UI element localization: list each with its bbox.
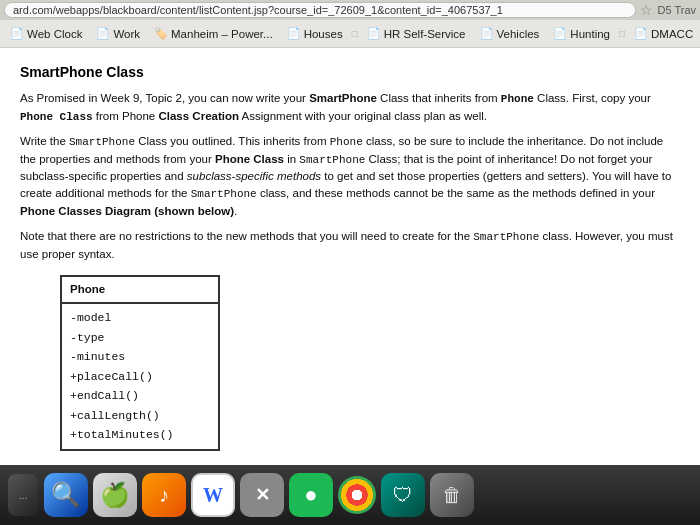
- address-text: ard.com/webapps/blackboard/content/listC…: [13, 4, 503, 16]
- work-icon: 📄: [96, 27, 110, 40]
- uml-method-placecall: +placeCall(): [70, 367, 210, 387]
- bookmark-hunting-label: Hunting: [570, 28, 610, 40]
- uml-method-endcall: +endCall(): [70, 386, 210, 406]
- code-phone-class: Phone Class: [20, 111, 93, 123]
- bookmark-dmacc[interactable]: 📄 DMACC: [628, 25, 699, 42]
- uml-class-body: -model -type -minutes +placeCall() +endC…: [62, 304, 218, 449]
- trash-icon: 🗑: [442, 484, 462, 507]
- dock-apple[interactable]: 🍏: [93, 473, 137, 517]
- uml-method-calllength: +callLength(): [70, 406, 210, 426]
- bookmark-webclock-label: Web Clock: [27, 28, 82, 40]
- dock-chrome[interactable]: [338, 476, 376, 514]
- paragraph-2: Write the SmartPhone Class you outlined.…: [20, 133, 680, 220]
- uml-method-totalminutes: +totalMinutes(): [70, 425, 210, 445]
- page-title: SmartPhone Class: [20, 64, 680, 80]
- dock-music[interactable]: ♪: [142, 473, 186, 517]
- taskbar: ... 🔍 🍏 ♪ W ✕ ● 🛡 🗑: [0, 465, 700, 525]
- code-smartphone2: SmartPhone: [69, 136, 135, 148]
- bookmark-dmacc-label: DMACC: [651, 28, 693, 40]
- bookmark-hr[interactable]: 📄 HR Self-Service: [361, 25, 472, 42]
- divider-1: □: [351, 28, 359, 39]
- hunting-icon: 📄: [553, 27, 567, 40]
- dock-finder[interactable]: 🔍: [44, 473, 88, 517]
- page-content-area: SmartPhone Class As Promised in Week 9, …: [0, 48, 700, 465]
- bookmark-webclock[interactable]: 📄 Web Clock: [4, 25, 88, 42]
- dmacc-icon: 📄: [634, 27, 648, 40]
- page-body: As Promised in Week 9, Topic 2, you can …: [20, 90, 680, 465]
- bookmark-star-icon[interactable]: ☆: [640, 2, 653, 18]
- uml-diagram: Phone -model -type -minutes +placeCall()…: [60, 275, 220, 451]
- bookmark-houses-label: Houses: [304, 28, 343, 40]
- browser-prefix: D5 Trav: [657, 4, 696, 16]
- bold-phone-classes-diagram: Phone Classes Diagram (shown below): [20, 205, 234, 217]
- x-icon: ✕: [255, 484, 270, 506]
- uml-attribute-model: -model: [70, 308, 210, 328]
- bookmark-work[interactable]: 📄 Work: [90, 25, 146, 42]
- dock-area: 🔍 🍏 ♪ W ✕ ● 🛡 🗑: [44, 473, 474, 517]
- bookmark-hr-label: HR Self-Service: [384, 28, 466, 40]
- code-smartphone5: SmartPhone: [473, 231, 539, 243]
- wp-icon: W: [203, 484, 223, 507]
- bookmark-houses[interactable]: 📄 Houses: [281, 25, 349, 42]
- manheim-icon: 🏷️: [154, 27, 168, 40]
- code-smartphone4: SmartPhone: [191, 188, 257, 200]
- uml-class-header: Phone: [62, 277, 218, 304]
- dock-shield[interactable]: 🛡: [381, 473, 425, 517]
- dock-trash[interactable]: 🗑: [430, 473, 474, 517]
- dock-x[interactable]: ✕: [240, 473, 284, 517]
- paragraph-3: Note that there are no restrictions to t…: [20, 228, 680, 263]
- bold-class-creation: Class Creation: [158, 110, 239, 122]
- address-bar-row: ard.com/webapps/blackboard/content/listC…: [0, 0, 700, 20]
- bold-smartphone: SmartPhone: [309, 92, 377, 104]
- shield-icon: 🛡: [393, 484, 413, 507]
- dock-spotify[interactable]: ●: [289, 473, 333, 517]
- bookmark-hunting[interactable]: 📄 Hunting: [547, 25, 616, 42]
- italic-subclass: subclass-specific methods: [187, 170, 321, 182]
- code-phone2: Phone: [330, 136, 363, 148]
- bold-phone-class: Phone Class: [215, 153, 284, 165]
- bookmark-vehicles[interactable]: 📄 Vehicles: [474, 25, 546, 42]
- code-phone: Phone: [501, 93, 534, 105]
- bookmark-vehicles-label: Vehicles: [497, 28, 540, 40]
- taskbar-time-icon: ...: [8, 474, 38, 516]
- music-icon: ♪: [159, 484, 169, 507]
- divider-2: □: [618, 28, 626, 39]
- vehicles-icon: 📄: [480, 27, 494, 40]
- apple-icon: 🍏: [100, 481, 130, 509]
- bookmarks-bar: 📄 Web Clock 📄 Work 🏷️ Manheim – Power...…: [0, 20, 700, 48]
- uml-attribute-minutes: -minutes: [70, 347, 210, 367]
- browser-chrome: ard.com/webapps/blackboard/content/listC…: [0, 0, 700, 48]
- uml-attribute-type: -type: [70, 328, 210, 348]
- dock-wp[interactable]: W: [191, 473, 235, 517]
- houses-icon: 📄: [287, 27, 301, 40]
- bookmark-manheim[interactable]: 🏷️ Manheim – Power...: [148, 25, 279, 42]
- spotify-icon: ●: [304, 482, 317, 508]
- bookmark-manheim-label: Manheim – Power...: [171, 28, 273, 40]
- code-smartphone3: SmartPhone: [299, 154, 365, 166]
- hr-icon: 📄: [367, 27, 381, 40]
- paragraph-1: As Promised in Week 9, Topic 2, you can …: [20, 90, 680, 125]
- finder-icon: 🔍: [51, 481, 81, 509]
- address-bar[interactable]: ard.com/webapps/blackboard/content/listC…: [4, 2, 636, 18]
- webclock-icon: 📄: [10, 27, 24, 40]
- bookmark-work-label: Work: [113, 28, 140, 40]
